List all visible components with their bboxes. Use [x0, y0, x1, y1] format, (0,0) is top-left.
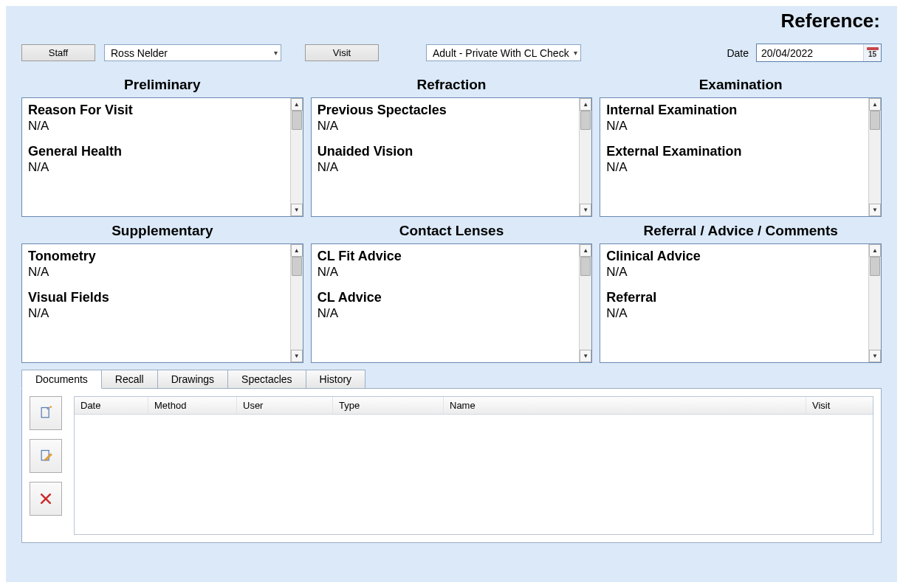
scroll-up-icon[interactable]: ▲: [291, 98, 303, 111]
tab-documents[interactable]: Documents: [21, 370, 102, 389]
scroll-up-icon[interactable]: ▲: [869, 98, 881, 111]
scroll-down-icon[interactable]: ▼: [869, 204, 881, 216]
tab-history[interactable]: History: [306, 370, 366, 389]
preliminary-box[interactable]: Reason For Visit N/A General Health N/A …: [21, 97, 303, 217]
tab-body: Date Method User Type Name Visit: [21, 388, 882, 543]
sections-grid: Preliminary Reason For Visit N/A General…: [21, 75, 882, 363]
scrollbar[interactable]: ▲ ▼: [868, 98, 881, 216]
col-method[interactable]: Method: [148, 397, 237, 414]
referral-block: Referral / Advice / Comments Clinical Ad…: [600, 221, 882, 363]
tab-recall[interactable]: Recall: [101, 370, 158, 389]
reference-label: Reference:: [781, 10, 880, 32]
scroll-down-icon[interactable]: ▼: [580, 350, 591, 362]
scroll-down-icon[interactable]: ▼: [291, 350, 303, 362]
delete-doc-button[interactable]: [30, 482, 62, 516]
calendar-icon[interactable]: 15: [863, 44, 881, 61]
date-label: Date: [727, 47, 749, 59]
scroll-thumb[interactable]: [292, 257, 302, 276]
preliminary-title: Preliminary: [21, 75, 303, 97]
section-value: N/A: [28, 306, 284, 321]
lower-tabs-region: Documents Recall Drawings Spectacles His…: [21, 369, 882, 543]
examination-title: Examination: [600, 75, 882, 97]
scroll-thumb[interactable]: [292, 111, 302, 130]
scroll-down-icon[interactable]: ▼: [580, 204, 591, 216]
section-value: N/A: [317, 119, 574, 134]
section-heading: External Examination: [606, 144, 862, 160]
section-heading: Referral: [606, 290, 862, 306]
staff-combo-value: Ross Nelder: [111, 47, 168, 59]
section-value: N/A: [606, 265, 862, 280]
chevron-down-icon: ▾: [274, 49, 278, 57]
visit-button[interactable]: Visit: [305, 44, 379, 61]
staff-combo[interactable]: Ross Nelder ▾: [104, 44, 281, 61]
tab-drawings[interactable]: Drawings: [157, 370, 228, 389]
section-value: N/A: [317, 160, 574, 175]
scrollbar[interactable]: ▲ ▼: [290, 98, 303, 216]
referral-box[interactable]: Clinical Advice N/A Referral N/A ▲ ▼: [600, 243, 882, 363]
date-picker[interactable]: 20/04/2022 15: [756, 44, 882, 62]
scroll-down-icon[interactable]: ▼: [869, 350, 881, 362]
section-value: N/A: [28, 119, 284, 134]
section-value: N/A: [28, 265, 284, 280]
new-doc-button[interactable]: [30, 396, 62, 430]
scrollbar[interactable]: ▲ ▼: [868, 244, 881, 362]
supplementary-box[interactable]: Tonometry N/A Visual Fields N/A ▲ ▼: [21, 243, 303, 363]
section-heading: Clinical Advice: [606, 249, 862, 265]
section-heading: General Health: [28, 144, 284, 160]
scrollbar[interactable]: ▲ ▼: [579, 244, 591, 362]
scroll-up-icon[interactable]: ▲: [580, 244, 591, 257]
new-page-icon: [38, 406, 53, 421]
preliminary-block: Preliminary Reason For Visit N/A General…: [21, 75, 303, 217]
section-heading-cut: [28, 185, 284, 201]
chevron-down-icon: ▾: [574, 49, 577, 57]
section-heading: Unaided Vision: [317, 144, 574, 160]
col-user[interactable]: User: [237, 397, 333, 414]
scroll-thumb[interactable]: [870, 111, 880, 130]
section-value: N/A: [317, 306, 574, 321]
top-toolbar: Staff Ross Nelder ▾ Visit Adult - Privat…: [21, 7, 882, 75]
scroll-up-icon[interactable]: ▲: [580, 98, 591, 111]
col-type[interactable]: Type: [333, 397, 444, 414]
refraction-box[interactable]: Previous Spectacles N/A Unaided Vision N…: [311, 97, 593, 217]
section-heading: Previous Spectacles: [317, 103, 574, 119]
refraction-title: Refraction: [311, 75, 593, 97]
section-heading: Visual Fields: [28, 290, 284, 306]
scroll-up-icon[interactable]: ▲: [291, 244, 303, 257]
section-heading: Reason For Visit: [28, 103, 284, 119]
col-visit[interactable]: Visit: [806, 397, 873, 414]
section-value: N/A: [606, 160, 862, 175]
contactlenses-box[interactable]: CL Fit Advice N/A CL Advice N/A ▲ ▼: [311, 243, 593, 363]
date-value: 20/04/2022: [761, 47, 813, 59]
scroll-down-icon[interactable]: ▼: [291, 204, 303, 216]
scroll-thumb[interactable]: [870, 257, 880, 276]
documents-grid[interactable]: Date Method User Type Name Visit: [74, 396, 873, 535]
scroll-thumb[interactable]: [580, 111, 591, 130]
section-value: N/A: [28, 160, 284, 175]
scroll-thumb[interactable]: [580, 257, 591, 276]
scrollbar[interactable]: ▲ ▼: [290, 244, 303, 362]
tabstrip: Documents Recall Drawings Spectacles His…: [21, 370, 882, 389]
referral-title: Referral / Advice / Comments: [600, 221, 882, 243]
contactlenses-block: Contact Lenses CL Fit Advice N/A CL Advi…: [311, 221, 593, 363]
section-heading: Internal Examination: [606, 103, 862, 119]
close-icon: [38, 491, 53, 506]
examination-box[interactable]: Internal Examination N/A External Examin…: [600, 97, 882, 217]
col-name[interactable]: Name: [444, 397, 806, 414]
section-heading: CL Fit Advice: [317, 249, 574, 265]
grid-header: Date Method User Type Name Visit: [75, 397, 873, 415]
section-heading: Tonometry: [28, 249, 284, 265]
edit-page-icon: [38, 449, 53, 463]
col-date[interactable]: Date: [75, 397, 148, 414]
scroll-up-icon[interactable]: ▲: [869, 244, 881, 257]
visit-combo[interactable]: Adult - Private With CL Check ▾: [426, 44, 581, 61]
tab-spectacles[interactable]: Spectacles: [227, 370, 306, 389]
visit-combo-value: Adult - Private With CL Check: [433, 47, 569, 59]
section-value: N/A: [317, 265, 574, 280]
edit-doc-button[interactable]: [30, 439, 62, 473]
contactlenses-title: Contact Lenses: [311, 221, 593, 243]
section-value: N/A: [606, 306, 862, 321]
scrollbar[interactable]: ▲ ▼: [579, 98, 591, 216]
grid-body[interactable]: [75, 415, 873, 534]
supplementary-block: Supplementary Tonometry N/A Visual Field…: [21, 221, 303, 363]
staff-button[interactable]: Staff: [21, 44, 95, 61]
